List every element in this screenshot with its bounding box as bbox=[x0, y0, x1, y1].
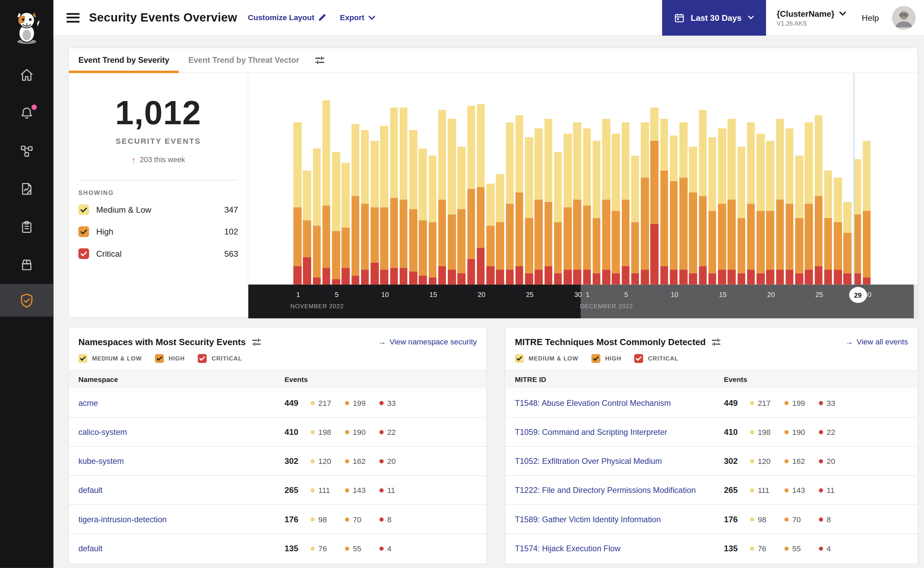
bar-NOV-28[interactable] bbox=[554, 152, 563, 284]
bar-DEC-5[interactable] bbox=[621, 122, 631, 285]
menu-button[interactable] bbox=[66, 13, 80, 22]
bar-DEC-20[interactable] bbox=[766, 141, 776, 285]
namespace-link[interactable]: default bbox=[78, 486, 285, 495]
bar-NOV-30[interactable] bbox=[573, 122, 583, 285]
bar-NOV-1[interactable] bbox=[294, 122, 303, 285]
mitre-link[interactable]: T1589: Gather Victim Identity Informatio… bbox=[515, 515, 724, 524]
sidebar-item-compliance[interactable] bbox=[0, 208, 54, 246]
bar-NOV-9[interactable] bbox=[371, 141, 380, 285]
mitre-link[interactable]: T1059: Command and Scripting Interpreter bbox=[515, 428, 724, 436]
bar-NOV-29[interactable] bbox=[564, 133, 573, 284]
bar-DEC-17[interactable] bbox=[737, 147, 747, 285]
bar-DEC-30[interactable] bbox=[862, 141, 872, 285]
bar-NOV-7[interactable] bbox=[351, 124, 361, 284]
sidebar-item-threat-defense[interactable] bbox=[0, 284, 54, 317]
bar-DEC-21[interactable] bbox=[776, 119, 785, 285]
bar-DEC-11[interactable] bbox=[679, 122, 689, 285]
bar-NOV-16[interactable] bbox=[438, 110, 448, 285]
checkbox-high[interactable] bbox=[78, 226, 89, 237]
bar-DEC-7[interactable] bbox=[641, 122, 650, 285]
severity-filter-medium-low[interactable]: MEDIUM & LOW bbox=[515, 354, 578, 363]
bar-DEC-13[interactable] bbox=[699, 110, 708, 285]
mitre-link[interactable]: T1574: Hijack Execution Flow bbox=[515, 544, 724, 553]
sidebar-item-policies[interactable] bbox=[0, 170, 54, 208]
tab-event-trend-by-threat-vector[interactable]: Event Trend by Threat Vector bbox=[179, 48, 309, 73]
cluster-selector[interactable]: {ClusterName} V1.26 AKS bbox=[776, 9, 846, 26]
bar-NOV-6[interactable] bbox=[342, 163, 351, 285]
bar-DEC-2[interactable] bbox=[592, 141, 602, 285]
bar-DEC-26[interactable] bbox=[824, 170, 834, 284]
namespace-link[interactable]: acme bbox=[78, 398, 285, 407]
checkbox-critical[interactable] bbox=[634, 354, 643, 363]
bar-NOV-3[interactable] bbox=[312, 148, 322, 284]
tab-event-trend-by-severity[interactable]: Event Trend by Severity bbox=[69, 48, 179, 73]
bar-NOV-17[interactable] bbox=[448, 119, 457, 285]
bar-DEC-22[interactable] bbox=[785, 128, 795, 285]
checkbox-medium-low[interactable] bbox=[515, 354, 524, 363]
mitre-filter-button[interactable] bbox=[712, 338, 721, 346]
bar-NOV-26[interactable] bbox=[535, 128, 544, 285]
bar-DEC-29[interactable] bbox=[853, 159, 862, 285]
bar-DEC-8[interactable] bbox=[650, 108, 660, 285]
bar-DEC-3[interactable] bbox=[602, 119, 612, 285]
bar-NOV-11[interactable] bbox=[390, 108, 399, 285]
bar-DEC-10[interactable] bbox=[670, 136, 679, 285]
mitre-link[interactable]: T1548: Abuse Elevation Control Mechanism bbox=[515, 398, 724, 407]
bar-NOV-4[interactable] bbox=[323, 100, 332, 284]
bar-NOV-14[interactable] bbox=[419, 148, 428, 284]
bar-DEC-12[interactable] bbox=[689, 147, 698, 285]
customize-layout-link[interactable]: Customize Layout bbox=[248, 13, 327, 22]
bar-DEC-15[interactable] bbox=[718, 128, 728, 285]
sidebar-item-service-graph[interactable] bbox=[0, 132, 54, 170]
checkbox-critical[interactable] bbox=[198, 354, 207, 363]
view-all-events-link[interactable]: → View all events bbox=[845, 338, 908, 346]
mitre-link[interactable]: T1222: File and Directory Permissions Mo… bbox=[515, 486, 724, 495]
bar-DEC-28[interactable] bbox=[844, 202, 853, 285]
severity-filter-critical[interactable]: CRITICAL bbox=[634, 354, 679, 363]
bar-NOV-13[interactable] bbox=[409, 130, 419, 284]
bar-DEC-24[interactable] bbox=[805, 122, 814, 285]
namespace-link[interactable]: tigera-intrusion-detection bbox=[78, 515, 285, 524]
namespaces-filter-button[interactable] bbox=[252, 338, 261, 346]
trend-filter-button[interactable] bbox=[315, 56, 325, 65]
bar-DEC-16[interactable] bbox=[728, 119, 737, 285]
bar-DEC-25[interactable] bbox=[814, 115, 824, 284]
user-avatar[interactable] bbox=[892, 6, 916, 30]
mitre-link[interactable]: T1052: Exfiltration Over Physical Medium bbox=[515, 456, 724, 465]
bar-NOV-15[interactable] bbox=[428, 156, 438, 285]
bar-NOV-21[interactable] bbox=[486, 183, 496, 285]
date-range-button[interactable]: Last 30 Days bbox=[662, 0, 766, 35]
bar-DEC-18[interactable] bbox=[747, 122, 757, 285]
sidebar-item-workloads[interactable] bbox=[0, 246, 54, 284]
checkbox-medium-low[interactable] bbox=[78, 354, 87, 363]
bar-NOV-24[interactable] bbox=[515, 115, 525, 284]
selected-day-bubble[interactable]: 29 bbox=[849, 287, 867, 303]
bar-DEC-6[interactable] bbox=[631, 156, 641, 285]
bar-NOV-18[interactable] bbox=[458, 147, 467, 285]
bar-NOV-27[interactable] bbox=[544, 119, 554, 285]
bar-DEC-19[interactable] bbox=[757, 133, 766, 284]
bar-DEC-4[interactable] bbox=[612, 133, 621, 284]
severity-filter-critical[interactable]: CRITICAL bbox=[198, 354, 242, 363]
bar-DEC-9[interactable] bbox=[660, 119, 669, 285]
bar-NOV-25[interactable] bbox=[525, 137, 534, 285]
namespace-link[interactable]: default bbox=[78, 544, 285, 553]
bar-NOV-10[interactable] bbox=[380, 126, 390, 285]
bar-DEC-1[interactable] bbox=[583, 128, 592, 285]
checkbox-high[interactable] bbox=[155, 354, 164, 363]
checkbox-medium-low[interactable] bbox=[78, 204, 89, 215]
checkbox-critical[interactable] bbox=[78, 248, 89, 259]
export-link[interactable]: Export bbox=[340, 13, 375, 22]
bar-NOV-19[interactable] bbox=[467, 106, 477, 284]
severity-filter-high[interactable]: HIGH bbox=[591, 354, 621, 363]
bar-NOV-2[interactable] bbox=[303, 170, 312, 284]
calico-cat-logo[interactable] bbox=[9, 5, 44, 47]
bar-DEC-23[interactable] bbox=[795, 156, 805, 285]
namespace-link[interactable]: calico-system bbox=[78, 428, 285, 436]
bar-DEC-27[interactable] bbox=[834, 178, 843, 285]
sidebar-item-notifications[interactable] bbox=[0, 94, 54, 132]
severity-filter-medium-low[interactable]: MEDIUM & LOW bbox=[78, 354, 142, 363]
severity-filter-high[interactable]: HIGH bbox=[155, 354, 185, 363]
bar-NOV-20[interactable] bbox=[477, 104, 486, 285]
bar-NOV-5[interactable] bbox=[332, 152, 342, 284]
